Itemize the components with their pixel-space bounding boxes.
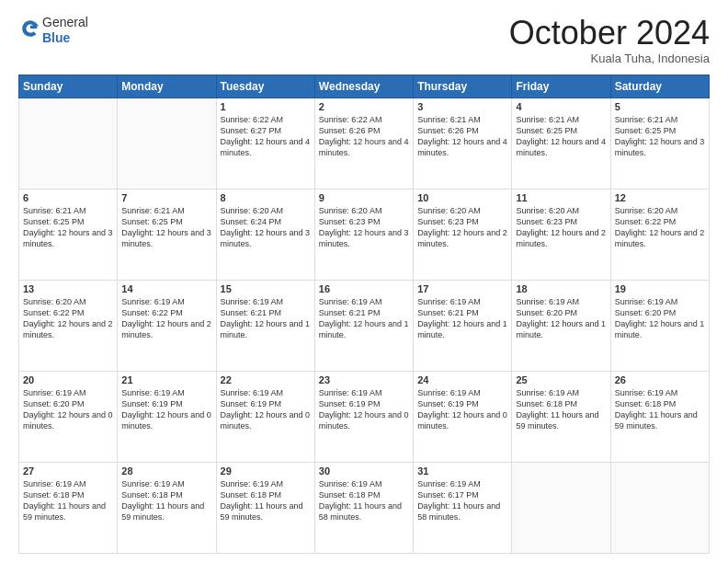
calendar-header-row: SundayMondayTuesdayWednesdayThursdayFrid… [19,75,710,98]
day-number: 1 [221,101,311,112]
day-number: 7 [121,192,211,203]
day-number: 18 [516,283,606,294]
title-block: October 2024 Kuala Tuha, Indonesia [509,15,710,65]
calendar-cell: 2Sunrise: 6:22 AM Sunset: 6:26 PM Daylig… [314,98,413,189]
day-number: 21 [121,374,211,385]
logo-blue-text: Blue [42,30,88,46]
calendar-cell [610,462,709,553]
calendar-cell: 15Sunrise: 6:19 AM Sunset: 6:21 PM Dayli… [216,280,314,371]
logo-icon [20,18,40,39]
calendar-cell [512,462,610,553]
calendar-cell: 16Sunrise: 6:19 AM Sunset: 6:21 PM Dayli… [314,280,413,371]
day-number: 6 [23,192,113,203]
day-number: 20 [23,374,113,385]
cell-info: Sunrise: 6:19 AM Sunset: 6:21 PM Dayligh… [417,296,507,341]
calendar-cell [19,98,118,189]
day-number: 14 [121,283,211,294]
day-number: 8 [221,192,311,203]
logo: General Blue [18,15,88,46]
cell-info: Sunrise: 6:22 AM Sunset: 6:26 PM Dayligh… [319,114,409,159]
calendar-cell: 3Sunrise: 6:21 AM Sunset: 6:26 PM Daylig… [414,98,512,189]
calendar-cell: 5Sunrise: 6:21 AM Sunset: 6:25 PM Daylig… [610,98,709,189]
cell-info: Sunrise: 6:19 AM Sunset: 6:22 PM Dayligh… [121,296,211,341]
cell-info: Sunrise: 6:19 AM Sunset: 6:18 PM Dayligh… [516,387,606,432]
day-number: 17 [417,283,507,294]
calendar-cell: 29Sunrise: 6:19 AM Sunset: 6:18 PM Dayli… [216,462,314,553]
cell-info: Sunrise: 6:19 AM Sunset: 6:19 PM Dayligh… [319,387,409,432]
calendar-table: SundayMondayTuesdayWednesdayThursdayFrid… [18,75,710,554]
day-header-saturday: Saturday [610,75,709,98]
day-number: 31 [417,465,507,477]
calendar-cell: 9Sunrise: 6:20 AM Sunset: 6:23 PM Daylig… [314,189,413,280]
cell-info: Sunrise: 6:19 AM Sunset: 6:17 PM Dayligh… [417,478,507,523]
page: General Blue October 2024 Kuala Tuha, In… [0,0,728,563]
cell-info: Sunrise: 6:19 AM Sunset: 6:18 PM Dayligh… [615,387,705,432]
cell-info: Sunrise: 6:19 AM Sunset: 6:18 PM Dayligh… [319,478,409,523]
calendar-week-4: 20Sunrise: 6:19 AM Sunset: 6:20 PM Dayli… [19,371,710,462]
header: General Blue October 2024 Kuala Tuha, In… [18,15,710,65]
cell-info: Sunrise: 6:19 AM Sunset: 6:21 PM Dayligh… [319,296,409,341]
day-header-tuesday: Tuesday [216,75,314,98]
cell-info: Sunrise: 6:19 AM Sunset: 6:18 PM Dayligh… [23,478,113,523]
day-number: 30 [319,465,409,477]
calendar-week-1: 1Sunrise: 6:22 AM Sunset: 6:27 PM Daylig… [19,98,710,189]
cell-info: Sunrise: 6:20 AM Sunset: 6:22 PM Dayligh… [23,296,113,341]
calendar-cell: 31Sunrise: 6:19 AM Sunset: 6:17 PM Dayli… [414,462,512,553]
cell-info: Sunrise: 6:19 AM Sunset: 6:19 PM Dayligh… [417,387,507,432]
calendar-week-5: 27Sunrise: 6:19 AM Sunset: 6:18 PM Dayli… [19,462,710,553]
calendar-cell: 23Sunrise: 6:19 AM Sunset: 6:19 PM Dayli… [314,371,413,462]
calendar-cell: 19Sunrise: 6:19 AM Sunset: 6:20 PM Dayli… [610,280,709,371]
day-number: 11 [516,192,606,203]
cell-info: Sunrise: 6:20 AM Sunset: 6:22 PM Dayligh… [615,205,705,250]
calendar-cell: 21Sunrise: 6:19 AM Sunset: 6:19 PM Dayli… [118,371,216,462]
day-number: 19 [615,283,705,294]
calendar-cell [118,98,216,189]
cell-info: Sunrise: 6:20 AM Sunset: 6:23 PM Dayligh… [417,205,507,250]
cell-info: Sunrise: 6:20 AM Sunset: 6:24 PM Dayligh… [221,205,311,250]
day-header-thursday: Thursday [414,75,512,98]
calendar-cell: 12Sunrise: 6:20 AM Sunset: 6:22 PM Dayli… [610,189,709,280]
calendar-cell: 22Sunrise: 6:19 AM Sunset: 6:19 PM Dayli… [216,371,314,462]
calendar-cell: 27Sunrise: 6:19 AM Sunset: 6:18 PM Dayli… [19,462,118,553]
cell-info: Sunrise: 6:19 AM Sunset: 6:20 PM Dayligh… [23,387,113,432]
calendar-cell: 10Sunrise: 6:20 AM Sunset: 6:23 PM Dayli… [414,189,512,280]
calendar-cell: 13Sunrise: 6:20 AM Sunset: 6:22 PM Dayli… [19,280,118,371]
location: Kuala Tuha, Indonesia [509,52,710,65]
calendar-cell: 26Sunrise: 6:19 AM Sunset: 6:18 PM Dayli… [610,371,709,462]
cell-info: Sunrise: 6:20 AM Sunset: 6:23 PM Dayligh… [516,205,606,250]
day-number: 5 [615,101,705,112]
day-number: 3 [417,101,507,112]
calendar-cell: 20Sunrise: 6:19 AM Sunset: 6:20 PM Dayli… [19,371,118,462]
cell-info: Sunrise: 6:19 AM Sunset: 6:19 PM Dayligh… [221,387,311,432]
cell-info: Sunrise: 6:21 AM Sunset: 6:25 PM Dayligh… [615,114,705,159]
day-number: 16 [319,283,409,294]
calendar-cell: 8Sunrise: 6:20 AM Sunset: 6:24 PM Daylig… [216,189,314,280]
calendar-week-3: 13Sunrise: 6:20 AM Sunset: 6:22 PM Dayli… [19,280,710,371]
day-number: 24 [417,374,507,385]
month-title: October 2024 [509,15,710,52]
calendar-cell: 18Sunrise: 6:19 AM Sunset: 6:20 PM Dayli… [512,280,610,371]
cell-info: Sunrise: 6:19 AM Sunset: 6:21 PM Dayligh… [221,296,311,341]
day-number: 13 [23,283,113,294]
day-number: 25 [516,374,606,385]
calendar-cell: 14Sunrise: 6:19 AM Sunset: 6:22 PM Dayli… [118,280,216,371]
cell-info: Sunrise: 6:21 AM Sunset: 6:25 PM Dayligh… [516,114,606,159]
day-number: 28 [121,465,211,477]
day-number: 23 [319,374,409,385]
day-number: 29 [221,465,311,477]
day-number: 4 [516,101,606,112]
day-header-wednesday: Wednesday [314,75,413,98]
calendar-cell: 25Sunrise: 6:19 AM Sunset: 6:18 PM Dayli… [512,371,610,462]
day-header-sunday: Sunday [19,75,118,98]
day-number: 15 [221,283,311,294]
cell-info: Sunrise: 6:21 AM Sunset: 6:25 PM Dayligh… [23,205,113,250]
cell-info: Sunrise: 6:21 AM Sunset: 6:25 PM Dayligh… [121,205,211,250]
calendar-cell: 11Sunrise: 6:20 AM Sunset: 6:23 PM Dayli… [512,189,610,280]
cell-info: Sunrise: 6:19 AM Sunset: 6:20 PM Dayligh… [615,296,705,341]
calendar-cell: 4Sunrise: 6:21 AM Sunset: 6:25 PM Daylig… [512,98,610,189]
calendar-cell: 6Sunrise: 6:21 AM Sunset: 6:25 PM Daylig… [19,189,118,280]
cell-info: Sunrise: 6:20 AM Sunset: 6:23 PM Dayligh… [319,205,409,250]
cell-info: Sunrise: 6:21 AM Sunset: 6:26 PM Dayligh… [417,114,507,159]
day-number: 27 [23,465,113,477]
logo-general-text: General [42,15,88,30]
